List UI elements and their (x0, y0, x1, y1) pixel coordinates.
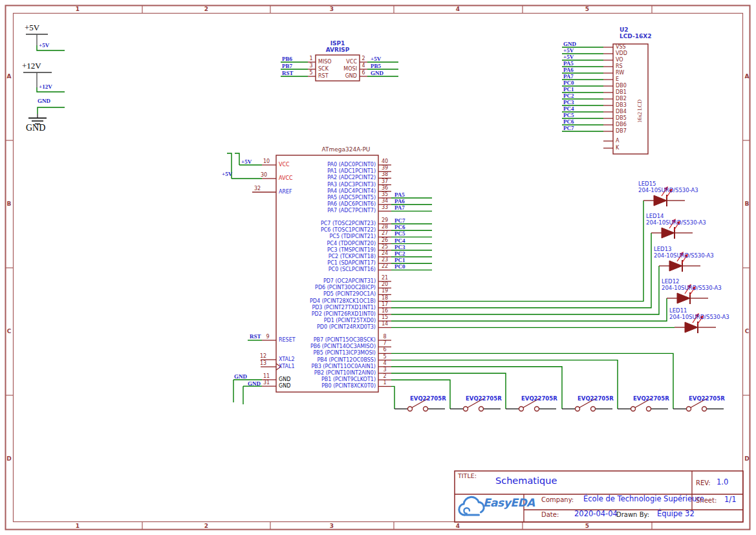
net-label[interactable]: +5V (371, 56, 381, 62)
switch-part[interactable]: EVQ22705R (633, 395, 669, 402)
net-label-gnd[interactable]: GND (38, 98, 50, 104)
net-label[interactable]: +5V (222, 171, 232, 177)
net-label[interactable]: PC5 (563, 112, 574, 118)
net-label[interactable]: PB7 (282, 63, 292, 69)
net-label[interactable]: PC3 (394, 244, 405, 250)
net-label-5v[interactable]: +5V (39, 42, 49, 49)
wire-to-switch[interactable] (391, 386, 394, 409)
net-label[interactable]: PA5 (563, 60, 574, 67)
switch-contact[interactable] (687, 407, 691, 411)
net-label[interactable]: PC1 (394, 257, 405, 263)
net-label[interactable]: PC4 (563, 105, 574, 112)
net-label[interactable]: PC7 (563, 125, 574, 131)
isp-part[interactable]: AVRISP (326, 47, 350, 53)
net-label[interactable]: +5V (241, 158, 252, 165)
led-part[interactable]: 204-10SURD/S530-A3 (638, 187, 698, 193)
net-label[interactable]: PC6 (394, 224, 405, 230)
net-label[interactable]: +5V (563, 54, 574, 60)
wire-to-switch[interactable] (391, 373, 506, 409)
net-label[interactable]: PB5 (371, 63, 381, 69)
wire-to-switch[interactable] (391, 380, 450, 409)
switch-contact[interactable] (702, 407, 707, 411)
switch-contact[interactable] (479, 407, 484, 411)
lcd-pin-name: A (616, 138, 619, 144)
net-label[interactable]: PA6 (563, 67, 574, 73)
net-label[interactable]: PC0 (563, 80, 574, 86)
net-label[interactable]: PC2 (394, 250, 405, 257)
switch-contact[interactable] (631, 407, 636, 411)
switch-contact[interactable] (464, 407, 468, 411)
net-label[interactable]: +5V (563, 47, 574, 54)
net-label[interactable]: PC4 (394, 237, 405, 244)
switch-contact[interactable] (535, 407, 539, 411)
switch-part[interactable]: EVQ22705R (521, 395, 557, 402)
net-label-12v[interactable]: +12V (39, 83, 52, 90)
net-label[interactable]: PC6 (563, 118, 574, 125)
lcd-part[interactable]: LCD-16X2 (620, 33, 651, 39)
power-flag-5v[interactable]: +5V (25, 25, 49, 31)
net-label[interactable]: PA6 (394, 198, 405, 204)
led-ref[interactable]: LED12 (662, 278, 679, 285)
date-label: Date: (541, 512, 559, 518)
net-label[interactable]: RST (250, 333, 261, 340)
led-part[interactable]: 204-10SURD/S530-A3 (669, 314, 729, 320)
net-label[interactable]: PA7 (563, 73, 574, 80)
switch-contact[interactable] (576, 407, 580, 411)
rev-value: 1.0 (717, 479, 728, 485)
net-label[interactable]: PC0 (394, 263, 405, 270)
switch-part[interactable]: EVQ22705R (578, 395, 614, 402)
isp-pin-name: MISO (318, 59, 332, 65)
net-label[interactable]: PC7 (394, 217, 405, 224)
switch-part[interactable]: EVQ22705R (466, 395, 502, 402)
net-label[interactable]: PB6 (282, 56, 292, 62)
net-label[interactable]: GND (371, 70, 383, 76)
mcu-pin-name: PC5 (TDIPCINT21) (329, 234, 376, 240)
mcu-part[interactable]: ATmega324A-PU (322, 146, 371, 153)
led-part[interactable]: 204-10SURD/S530-A3 (654, 252, 714, 259)
lcd-ref[interactable]: U2 (620, 27, 629, 33)
led-ref[interactable]: LED11 (669, 307, 687, 314)
switch-contact[interactable] (424, 407, 428, 411)
led-ref[interactable]: LED15 (638, 180, 656, 187)
mcu-pin-name: PB4 (PCINT12OC0BSS) (318, 357, 376, 364)
power-flag-12v[interactable]: +12V (22, 63, 52, 69)
led-triangle[interactable] (654, 195, 667, 206)
led-ref[interactable]: LED13 (654, 246, 671, 252)
net-label[interactable]: PC1 (563, 86, 574, 93)
led-triangle[interactable] (669, 261, 682, 271)
mcu-pin-name: PC7 (TOSC2PCINT23) (321, 221, 376, 227)
net-label[interactable]: GND (234, 373, 247, 380)
switch-contact[interactable] (591, 407, 596, 411)
isp-ref[interactable]: ISP1 (330, 40, 345, 47)
net-label[interactable]: GND (248, 380, 261, 387)
drawn-by-value: Équipe 32 (657, 510, 695, 517)
sheet-value: 1/1 (724, 496, 737, 503)
frame-row-label: A (745, 73, 750, 80)
led-triangle[interactable] (662, 228, 675, 238)
wire-to-led[interactable] (391, 266, 659, 314)
net-label[interactable]: RST (282, 70, 294, 76)
switch-contact[interactable] (647, 407, 651, 411)
wire-gnd[interactable] (38, 107, 65, 114)
led-triangle[interactable] (685, 322, 698, 333)
switch-contact[interactable] (408, 407, 413, 411)
net-label[interactable]: PC5 (394, 230, 405, 237)
led-ref[interactable]: LED14 (646, 213, 664, 219)
led-part[interactable]: 204-10SURD/S530-A3 (662, 285, 722, 291)
net-label[interactable]: PA5 (394, 191, 405, 198)
switch-part[interactable]: EVQ22705R (689, 395, 725, 402)
net-label[interactable]: PA7 (394, 204, 405, 211)
mcu-pin-name: GND (279, 377, 290, 383)
wire-to-led[interactable] (391, 201, 643, 301)
led-triangle[interactable] (677, 293, 690, 303)
switch-contact[interactable] (519, 407, 524, 411)
frame-column-label: 3 (330, 523, 334, 529)
net-label[interactable]: PC3 (563, 99, 574, 105)
mcu-pin-number: 24 (382, 250, 388, 257)
mcu-power-wire[interactable] (235, 153, 239, 165)
mcu-pin-name: PB2 (PCINT10INT2AIN0) (314, 370, 376, 377)
led-part[interactable]: 204-10SURD/S530-A3 (646, 219, 706, 226)
net-label[interactable]: GND (563, 41, 576, 47)
switch-part[interactable]: EVQ22705R (410, 395, 446, 402)
net-label[interactable]: PC2 (563, 93, 574, 99)
